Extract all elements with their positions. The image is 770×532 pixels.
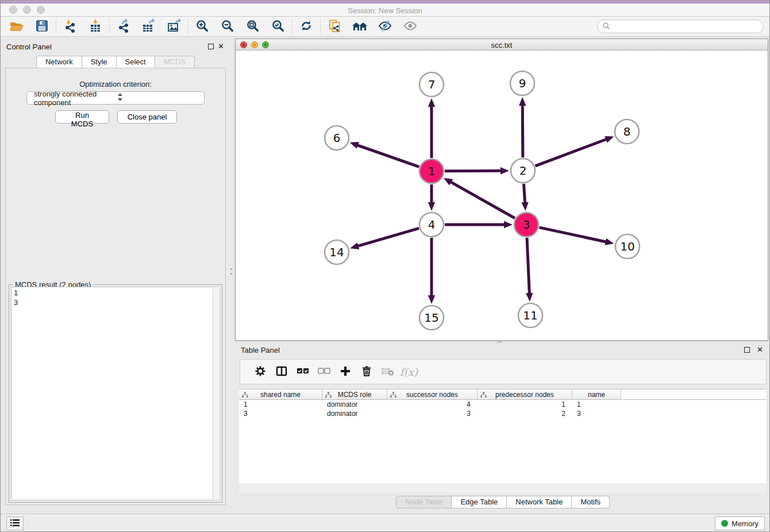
graph-edge-2-9[interactable] (522, 105, 523, 157)
table-cell[interactable]: 1 (478, 400, 572, 409)
graph-node-label: 4 (428, 218, 436, 232)
import-network-button[interactable] (57, 18, 83, 35)
mcds-result-group: MCDS result (2 nodes) 1 3 (9, 284, 222, 503)
graph-node-label: 9 (519, 76, 526, 90)
table-tab-network-table[interactable]: Network Table (507, 496, 572, 508)
run-mcds-button[interactable]: Run MCDS (55, 110, 109, 124)
control-panel-close-icon[interactable]: ✕ (218, 42, 224, 51)
table-cell[interactable]: 4 (387, 400, 478, 409)
function-builder-button[interactable]: f(x) (398, 361, 419, 382)
show-panels-button[interactable] (398, 18, 423, 35)
table-cell[interactable]: dominator (322, 400, 387, 409)
export-network-button[interactable] (111, 18, 136, 35)
table-panel-close-icon[interactable]: ✕ (757, 345, 763, 354)
vertical-split-handle[interactable] (230, 268, 232, 275)
edge-arrowhead (521, 202, 528, 211)
tab-style[interactable]: Style (82, 56, 117, 68)
export-image-button[interactable] (161, 18, 187, 35)
select-all-button[interactable] (292, 361, 313, 382)
mcds-result-text[interactable]: 1 3 (11, 287, 213, 500)
zoom-out-button[interactable] (215, 18, 240, 35)
column-header-successor-nodes[interactable]: successor nodes (387, 389, 478, 400)
clone-network-button[interactable] (322, 18, 347, 35)
table-row[interactable]: 3dominator323 (239, 409, 767, 418)
edge-arrowhead (504, 221, 513, 228)
table-panel-float-icon[interactable] (744, 347, 750, 353)
column-header-MCDS-role[interactable]: MCDS role (322, 389, 387, 400)
table-panel: Table Panel ✕ f(x) shared nameMCDS roles… (235, 343, 770, 512)
toolbar-separator (188, 19, 188, 34)
export-table-button[interactable] (136, 18, 161, 35)
tab-select[interactable]: Select (117, 56, 155, 68)
edge-arrowhead (605, 238, 614, 245)
graph-edge-1-2[interactable] (445, 171, 502, 171)
network-frame-titlebar[interactable]: x − + scc.txt (236, 39, 768, 51)
zoom-selected-icon (271, 19, 285, 34)
open-folder-icon (9, 19, 24, 34)
memory-label: Memory (732, 519, 759, 528)
table-cell[interactable]: 2 (478, 409, 572, 418)
table-cell[interactable]: 1 (239, 400, 322, 409)
graph-node-label: 2 (519, 164, 527, 178)
deselect-all-button[interactable] (313, 361, 334, 382)
graph-node-label: 11 (523, 309, 537, 322)
table-hscrollbar[interactable] (239, 484, 767, 493)
table-row[interactable]: 1dominator411 (239, 400, 767, 409)
table-cell[interactable]: 3 (387, 409, 478, 418)
import-table-button[interactable] (83, 18, 108, 35)
graph-edge-3-11[interactable] (527, 238, 529, 294)
open-session-button[interactable] (4, 18, 29, 35)
table-tab-node-table[interactable]: Node Table (396, 496, 452, 508)
mcds-result-scrollbar[interactable] (213, 287, 220, 500)
gear-icon (255, 365, 266, 379)
task-history-button[interactable] (6, 516, 24, 530)
first-neighbors-button[interactable] (347, 18, 372, 35)
export-network-icon (117, 19, 130, 34)
save-session-button[interactable] (29, 18, 55, 35)
memory-button[interactable]: Memory (715, 516, 765, 530)
table-cell[interactable]: 1 (572, 400, 621, 409)
hide-panels-button[interactable] (372, 18, 398, 35)
column-header-shared-name[interactable]: shared name (239, 389, 322, 400)
table-tabs: Node TableEdge TableNetwork TableMotifs (235, 496, 770, 508)
zoom-in-button[interactable] (190, 18, 215, 35)
graph-edge-3-10[interactable] (539, 228, 606, 242)
zoom-fit-button[interactable] (240, 18, 265, 35)
table-tab-motifs[interactable]: Motifs (572, 496, 610, 508)
graph-edge-2-8[interactable] (536, 139, 607, 166)
graph-edge-2-3[interactable] (523, 184, 525, 203)
zoom-fit-icon (246, 19, 260, 34)
table-tab-edge-table[interactable]: Edge Table (452, 496, 507, 508)
delete-table-button[interactable] (377, 361, 398, 382)
network-canvas[interactable]: 7968124314101511 (236, 51, 768, 340)
table-panel-title: Table Panel (241, 346, 280, 354)
tab-mcds[interactable]: MCDS (155, 56, 195, 68)
list-icon (10, 519, 20, 529)
close-panel-button[interactable]: Close panel (117, 110, 177, 124)
column-header-predecessor-nodes[interactable]: predecessor nodes (478, 389, 572, 400)
graph-edge-4-14[interactable] (357, 228, 419, 246)
window-titlebar[interactable]: Session: New Session (1, 3, 769, 17)
table-cell[interactable]: 3 (572, 409, 621, 418)
criterion-select[interactable]: strongly connected component (26, 91, 205, 105)
column-header-label: successor nodes (406, 391, 458, 399)
delete-column-button[interactable] (356, 361, 377, 382)
column-header-label: predecessor nodes (495, 391, 554, 399)
optimization-criterion-label: Optimization criterion: (6, 80, 225, 88)
graph-edge-3-1[interactable] (450, 182, 515, 218)
refresh-button[interactable] (294, 18, 319, 35)
toggle-panel-button[interactable] (271, 361, 292, 382)
graph-node-label: 7 (428, 78, 436, 91)
toolbar-separator (56, 19, 56, 34)
table-cell[interactable]: 3 (239, 409, 322, 418)
graph-edge-1-6[interactable] (357, 145, 419, 167)
zoom-selected-button[interactable] (265, 18, 291, 35)
add-column-button[interactable] (334, 361, 356, 382)
tab-network[interactable]: Network (36, 56, 82, 68)
column-header-name[interactable]: name (572, 389, 621, 400)
search-input[interactable] (610, 21, 763, 32)
column-header-label: MCDS role (338, 391, 372, 399)
control-panel-float-icon[interactable] (208, 44, 214, 49)
table-cell[interactable]: dominator (322, 409, 387, 418)
settings-gear-button[interactable] (249, 361, 271, 382)
